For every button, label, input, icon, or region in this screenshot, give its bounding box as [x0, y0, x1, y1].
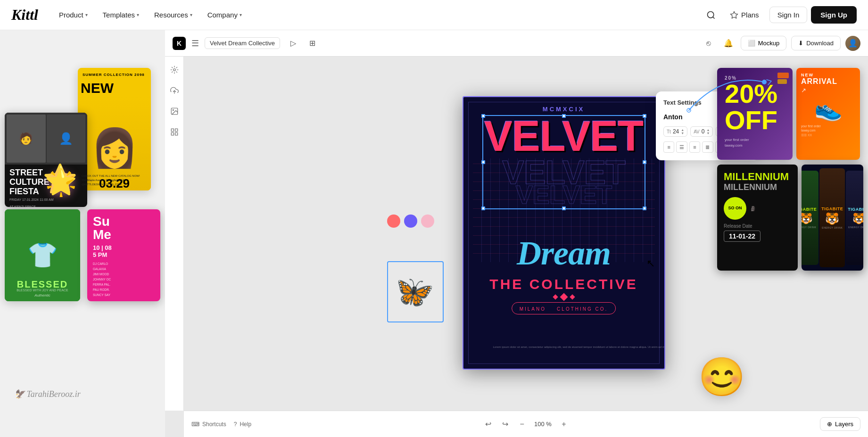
resources-chevron-icon: ▾: [190, 12, 192, 17]
summer-collection-text: SUMMER COLLECTION 2098: [83, 73, 145, 77]
canvas-sidebar: [165, 57, 184, 411]
help-icon: ?: [234, 421, 237, 428]
size-down[interactable]: ▼: [681, 132, 684, 135]
help-item[interactable]: ? Help: [234, 421, 251, 428]
main-poster[interactable]: MCMXCIX VELVET: [463, 96, 665, 370]
align-right-btn[interactable]: ≡: [689, 141, 700, 153]
grid-tool-icon[interactable]: [167, 124, 182, 140]
millennium-badge: SO ON: [724, 197, 746, 220]
mockup-icon: ⬜: [748, 40, 755, 47]
align-justify-btn[interactable]: ≣: [702, 141, 713, 153]
zoom-in-btn[interactable]: +: [557, 418, 570, 431]
signup-button[interactable]: Sign Up: [811, 6, 857, 24]
shortcuts-item[interactable]: ⌨ Shortcuts: [191, 421, 226, 428]
redo-btn[interactable]: ↪: [498, 418, 512, 431]
download-button[interactable]: ⬇ Download: [791, 36, 841, 50]
tiger-emoji-2: 🐯: [825, 212, 839, 225]
align-center-btn[interactable]: ☰: [676, 141, 687, 153]
left-cards: SUMMER COLLECTION 2098 NEWARRIVAL 👩 CHEC…: [0, 30, 165, 437]
align-left-btn[interactable]: ≡: [663, 141, 674, 153]
layers-tool-icon[interactable]: [167, 62, 182, 77]
pink-star: ⭐: [42, 162, 78, 196]
can3-brand: TIGABITE: [848, 207, 863, 212]
bell-icon[interactable]: 🔔: [721, 36, 736, 51]
keyboard-icon: ⌨: [191, 421, 199, 428]
tiger-card: TIGABITE 🐯 ENERGY DRINK TIGABITE 🐯 ENERG…: [802, 165, 863, 271]
upload-icon[interactable]: [167, 83, 182, 98]
shirt-card: 👕 BLESSED BLESSED WITH JOY AND PEACE Aut…: [5, 209, 80, 301]
document-title-input[interactable]: Velvet Dream Collective: [205, 37, 280, 49]
event-date: 10 | 085 PM: [93, 244, 155, 258]
poster-top-text: MCMXCIX: [543, 106, 585, 113]
svg-marker-2: [731, 11, 738, 18]
tiger-emoji-1: 🐯: [802, 213, 812, 225]
nav-templates[interactable]: Templates ▾: [97, 7, 145, 23]
millennium-sub: MILLENNIUM: [724, 182, 791, 192]
purple-desc: your first ordertaway.com: [725, 137, 785, 148]
download-icon: ⬇: [798, 40, 803, 47]
logo[interactable]: Kittl: [11, 6, 38, 24]
tracking-down[interactable]: ▼: [706, 132, 710, 135]
summer-model: 👩: [78, 96, 151, 190]
plans-button[interactable]: Plans: [723, 7, 766, 23]
event-card: SuMe 10 | 085 PM DJ CARLOGALAXIAJIMI MOO…: [87, 209, 160, 301]
badge-text: SO ON: [728, 206, 742, 211]
shirt-blessed-text: BLESSED: [17, 279, 68, 290]
right-cards: 20% 20%OFF your first ordertaway.com NEW…: [717, 68, 863, 271]
product-chevron-icon: ▾: [85, 12, 88, 17]
image-icon[interactable]: [167, 104, 182, 119]
editor-right-buttons: ⎋ 🔔 ⬜ Mockup ⬇ Download 👤: [701, 36, 860, 51]
undo-btn[interactable]: ↩: [481, 418, 495, 431]
size-up[interactable]: ▲: [681, 128, 684, 132]
butterfly-icon: 🦋: [396, 274, 434, 310]
can-1: TIGABITE 🐯 ENERGY DRINK: [802, 171, 819, 265]
search-icon: [706, 10, 716, 20]
street-info: FRIDAY 17.01.2024 11:00 AM: [5, 196, 87, 203]
happy-emoji: 😊: [698, 355, 745, 399]
poster-collective: THE COLLECTIVE: [489, 276, 637, 292]
millennium-row: SO ON 🗿: [724, 197, 791, 220]
millennium-card: MILLENNIUM MILLENNIUM SO ON 🗿 Release Da…: [717, 165, 798, 271]
millennium-title: MILLENNIUM: [724, 171, 791, 182]
size-arrows[interactable]: ▲ ▼: [681, 128, 684, 135]
summer-bottom-info: CHECK OUT THE ALL NEW CATALOG NOW! 234 M…: [82, 174, 140, 187]
search-button[interactable]: [703, 7, 719, 24]
tracking-group: AV 0 ▲ ▼: [690, 126, 713, 137]
diamond-right: [570, 294, 575, 299]
user-avatar[interactable]: 👤: [845, 36, 860, 51]
zoom-level: 100 %: [532, 421, 554, 428]
shoe-icon: 👟: [801, 96, 855, 122]
nav-company[interactable]: Company ▾: [202, 7, 248, 23]
poster-diamonds: [554, 294, 574, 300]
poster-body-text: Lorem ipsum dolor sit amet, consectetur …: [493, 345, 635, 350]
signin-button[interactable]: Sign In: [769, 7, 808, 23]
templates-chevron-icon: ▾: [137, 12, 139, 17]
layers-button[interactable]: ⊕ Layers: [820, 417, 860, 431]
zoom-out-btn[interactable]: −: [515, 418, 529, 431]
share-icon[interactable]: ⎋: [701, 36, 716, 51]
event-title: SuMe: [93, 215, 155, 241]
diamond-center: [560, 293, 568, 301]
nav-product[interactable]: Product ▾: [53, 7, 93, 23]
svg-rect-9: [175, 133, 177, 135]
tracking-arrows[interactable]: ▲ ▼: [706, 128, 710, 135]
mockup-button[interactable]: ⬜ Mockup: [741, 36, 787, 50]
grid-icon[interactable]: ⊞: [305, 36, 320, 51]
editor-header: K ☰ Velvet Dream Collective ▷ ⊞ ⎋ 🔔 ⬜ Mo…: [165, 30, 868, 57]
star-decoration: 🌟: [45, 167, 77, 198]
color-dots: [387, 181, 434, 261]
street-title: STREETCULTUREFIESTA: [5, 165, 87, 196]
tracking-up[interactable]: ▲: [706, 128, 710, 132]
size-label: Tt: [667, 129, 671, 134]
font-name-label: Anton: [663, 113, 716, 121]
event-djs: DJ CARLOGALAXIAJIMI MOODJOHNNY OCFERRA P…: [93, 261, 155, 297]
poster-milano-text: MILANO CLOTHING CO.: [520, 306, 608, 312]
butterfly-element[interactable]: 🦋: [387, 261, 444, 322]
play-icon[interactable]: ▷: [286, 36, 301, 51]
svg-point-6: [173, 109, 174, 110]
menu-icon[interactable]: ☰: [191, 38, 199, 49]
ticket-decoration: [777, 73, 789, 84]
svg-rect-8: [175, 129, 177, 131]
star-icon: [730, 11, 738, 19]
nav-resources[interactable]: Resources ▾: [149, 7, 198, 23]
